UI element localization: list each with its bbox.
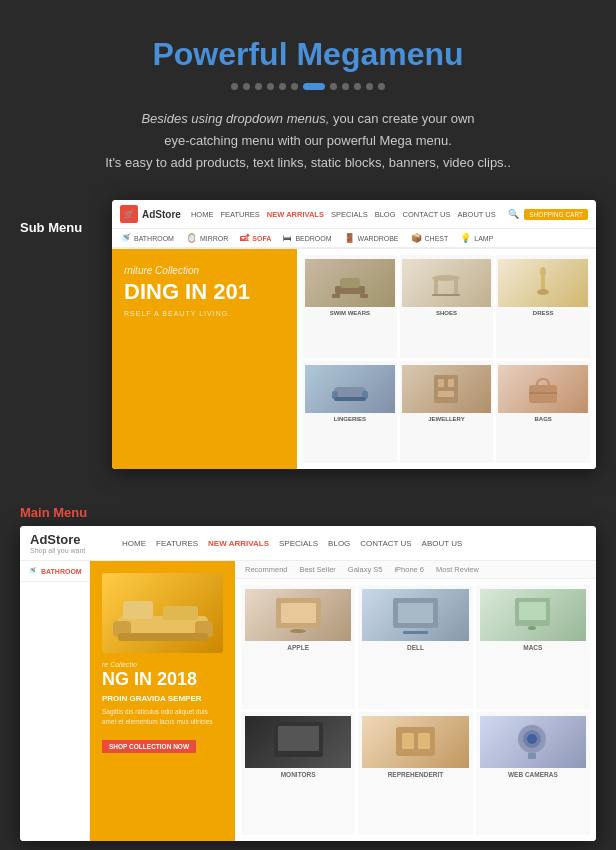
product-lingeries[interactable]: LINGERIES bbox=[303, 361, 397, 464]
dot-6[interactable] bbox=[291, 83, 298, 90]
product-swimwears[interactable]: SWIM WEARS bbox=[303, 255, 397, 358]
product-jewellery[interactable]: JEWELLERY bbox=[400, 361, 494, 464]
main-hero-area: re Collectio NG IN 2018 PROIN GRAVIDA SE… bbox=[90, 561, 235, 841]
main-hero-image bbox=[102, 573, 223, 653]
cat-bathroom[interactable]: 🚿 BATHROOM bbox=[120, 233, 174, 243]
main-hero-italic: re Collectio bbox=[102, 661, 223, 668]
cat-sofa[interactable]: 🛋 SOFA bbox=[240, 233, 271, 243]
dot-11[interactable] bbox=[366, 83, 373, 90]
main-nav-new-arrivals[interactable]: NEW ARRIVALS bbox=[208, 539, 269, 548]
svg-rect-6 bbox=[454, 278, 458, 294]
cat-mirror[interactable]: 🪞 MIRROR bbox=[186, 233, 228, 243]
svg-rect-19 bbox=[529, 385, 557, 403]
search-icon[interactable]: 🔍 bbox=[508, 209, 519, 219]
nav-contact[interactable]: CONTACT US bbox=[402, 210, 450, 219]
product-reprehenderit[interactable]: REPREHENDERIT bbox=[358, 712, 472, 836]
sub-nav-bar: 🛒 AdStore HOME FEATURES NEW ARRIVALS SPE… bbox=[112, 200, 596, 229]
submenu-mostreview[interactable]: Most Review bbox=[436, 565, 479, 574]
jewellery-label: JEWELLERY bbox=[402, 416, 492, 422]
nav-home[interactable]: HOME bbox=[191, 210, 214, 219]
hero-proin-title: PROIN GRAVIDA SEMPER bbox=[102, 694, 223, 703]
macs-label: MACS bbox=[480, 644, 586, 651]
nav-new-arrivals[interactable]: NEW ARRIVALS bbox=[267, 210, 324, 219]
apple-img bbox=[245, 589, 351, 641]
page-title: Powerful Megamenu bbox=[20, 36, 596, 73]
dell-img bbox=[362, 589, 468, 641]
dot-12[interactable] bbox=[378, 83, 385, 90]
nav-specials[interactable]: SPECIALS bbox=[331, 210, 368, 219]
submenu-recommend[interactable]: Recommend bbox=[245, 565, 288, 574]
main-nav-blog[interactable]: BLOG bbox=[328, 539, 350, 548]
product-dress[interactable]: DRESS bbox=[496, 255, 590, 358]
sidebar-bathroom-icon: 🚿 bbox=[28, 567, 37, 575]
pagination-dots bbox=[20, 83, 596, 90]
cart-button[interactable]: SHOPPING CART bbox=[524, 209, 588, 220]
sidebar-bathroom-label: BATHROOM bbox=[41, 568, 82, 575]
lingeries-label: LINGERIES bbox=[305, 416, 395, 422]
webcam-label: WEB CAMERAS bbox=[480, 771, 586, 778]
product-macs[interactable]: MACS bbox=[476, 585, 590, 709]
svg-rect-15 bbox=[434, 375, 458, 403]
dot-2[interactable] bbox=[243, 83, 250, 90]
wardrobe-icon: 🚪 bbox=[344, 233, 355, 243]
nav-about[interactable]: ABOUT US bbox=[458, 210, 496, 219]
svg-rect-14 bbox=[334, 397, 366, 401]
sidebar-item-bathroom[interactable]: 🚿 BATHROOM bbox=[20, 561, 89, 582]
dot-8[interactable] bbox=[330, 83, 337, 90]
main-nav-specials[interactable]: SPECIALS bbox=[279, 539, 318, 548]
cat-chest[interactable]: 📦 CHEST bbox=[411, 233, 449, 243]
product-dell[interactable]: DELL bbox=[358, 585, 472, 709]
sidebar-category: 🚿 BATHROOM bbox=[20, 561, 90, 841]
submenu-iphone[interactable]: iPhone 6 bbox=[394, 565, 424, 574]
product-monitors[interactable]: MONITORS bbox=[241, 712, 355, 836]
submenu-bestseller[interactable]: Best Seller bbox=[300, 565, 336, 574]
category-bar: 🚿 BATHROOM 🪞 MIRROR 🛋 SOFA 🛏 BEDROOM bbox=[112, 229, 596, 249]
product-webcameras[interactable]: WEB CAMERAS bbox=[476, 712, 590, 836]
sub-menu-section: Sub Menu 🛒 AdStore HOME FEATURES NEW ARR… bbox=[20, 200, 596, 469]
bags-label: BAGS bbox=[498, 416, 588, 422]
svg-rect-17 bbox=[448, 379, 454, 387]
main-nav-home[interactable]: HOME bbox=[122, 539, 146, 548]
submenu-galaxy[interactable]: Galaxy S5 bbox=[348, 565, 383, 574]
apple-label: APPLE bbox=[245, 644, 351, 651]
chest-icon: 📦 bbox=[411, 233, 422, 243]
shoes-img bbox=[402, 259, 492, 307]
product-bags[interactable]: BAGS bbox=[496, 361, 590, 464]
main-nav-features[interactable]: FEATURES bbox=[156, 539, 198, 548]
monitors-img bbox=[245, 716, 351, 768]
nav-blog[interactable]: BLOG bbox=[375, 210, 396, 219]
dress-img bbox=[498, 259, 588, 307]
dot-10[interactable] bbox=[354, 83, 361, 90]
main-nav-links[interactable]: HOME FEATURES NEW ARRIVALS SPECIALS BLOG… bbox=[122, 539, 586, 548]
logo-text: AdStore bbox=[142, 209, 181, 220]
swimwears-img bbox=[305, 259, 395, 307]
sub-hero-italic: rniture Collection bbox=[124, 265, 285, 276]
dot-3[interactable] bbox=[255, 83, 262, 90]
dot-4[interactable] bbox=[267, 83, 274, 90]
sub-nav-links[interactable]: HOME FEATURES NEW ARRIVALS SPECIALS BLOG… bbox=[191, 210, 498, 219]
svg-point-29 bbox=[290, 629, 306, 633]
main-nav-contact[interactable]: CONTACT US bbox=[360, 539, 411, 548]
cat-lamp[interactable]: 💡 LAMP bbox=[460, 233, 493, 243]
cat-wardrobe[interactable]: 🚪 WARDROBE bbox=[344, 233, 399, 243]
cat-bedroom[interactable]: 🛏 BEDROOM bbox=[283, 233, 331, 243]
hero-description: Sagittis dis ridiculus odio aliquet duis… bbox=[102, 707, 223, 727]
bags-img bbox=[498, 365, 588, 413]
svg-rect-16 bbox=[438, 379, 444, 387]
main-nav-about[interactable]: ABOUT US bbox=[422, 539, 463, 548]
hero-shop-button[interactable]: SHOP COLLECTION NOW bbox=[102, 740, 196, 753]
svg-rect-37 bbox=[278, 726, 319, 751]
submenu-bar: Recommend Best Seller Galaxy S5 iPhone 6… bbox=[235, 561, 596, 579]
svg-rect-25 bbox=[123, 601, 153, 619]
nav-features[interactable]: FEATURES bbox=[220, 210, 259, 219]
dot-7-active[interactable] bbox=[303, 83, 325, 90]
repreh-label: REPREHENDERIT bbox=[362, 771, 468, 778]
dot-5[interactable] bbox=[279, 83, 286, 90]
description-line3: It's easy to add products, text links, s… bbox=[105, 155, 511, 170]
product-apple[interactable]: APPLE bbox=[241, 585, 355, 709]
product-shoes[interactable]: SHOES bbox=[400, 255, 494, 358]
lingeries-img bbox=[305, 365, 395, 413]
dot-1[interactable] bbox=[231, 83, 238, 90]
dot-9[interactable] bbox=[342, 83, 349, 90]
description-italic: Besides using dropdown menus, bbox=[141, 111, 329, 126]
